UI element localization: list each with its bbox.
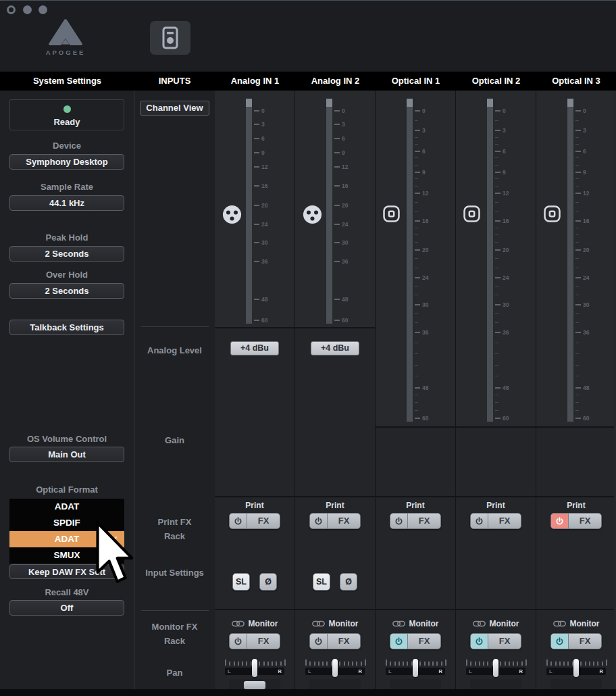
print-power-toggle[interactable] [551, 514, 569, 528]
monitor-fx-button[interactable]: FX [229, 633, 280, 649]
pan-ruler-tick [550, 662, 552, 666]
monitor-power-toggle[interactable] [310, 634, 328, 649]
monitor-fx-button[interactable]: FX [470, 633, 521, 649]
pan-right-label: R [439, 668, 442, 674]
pan-slider-handle[interactable] [413, 659, 418, 677]
meter-tick-label: 24 [583, 274, 589, 281]
window-minimize-button[interactable] [23, 5, 32, 14]
optical-format-option-spdif-1[interactable]: SPDIF [9, 515, 124, 531]
print-power-toggle[interactable] [310, 514, 328, 528]
meter-tick-label: 24 [342, 221, 348, 228]
monitor-fx-open-button[interactable]: FX [247, 634, 280, 649]
meter-tick [415, 418, 420, 419]
monitor-power-toggle[interactable] [551, 634, 569, 649]
pan-ruler-tick [305, 660, 307, 666]
print-fx-button[interactable]: FX [309, 513, 361, 529]
keep-daw-fx-settings-button[interactable]: Keep DAW FX Sett [9, 564, 124, 579]
over-hold-button[interactable]: 2 Seconds [9, 283, 124, 299]
monitor-power-toggle[interactable] [230, 634, 247, 649]
monitor-power-toggle[interactable] [471, 634, 488, 649]
monitor-power-toggle[interactable] [390, 634, 408, 649]
print-fx-open-button[interactable]: FX [328, 514, 360, 528]
print-power-toggle[interactable] [390, 514, 408, 528]
talkback-settings-button[interactable]: Talkback Settings [9, 320, 124, 335]
analog-level-button[interactable]: +4 dBu [230, 341, 279, 355]
pan-slider-handle[interactable] [493, 659, 498, 677]
pan-ruler-tick [470, 662, 471, 666]
analog-level-button[interactable]: +4 dBu [311, 341, 359, 355]
meter-tick [415, 130, 420, 131]
pan-ruler-tick [272, 662, 273, 666]
monitor-fx-button[interactable]: FX [390, 633, 441, 649]
meter-minor-tick [415, 258, 418, 259]
pan-ruler-tick [318, 662, 319, 666]
pan-ruler-tick [517, 662, 518, 666]
monitor-fx-open-button[interactable]: FX [408, 634, 440, 649]
print-power-toggle[interactable] [471, 514, 488, 528]
print-fx-button[interactable]: FX [550, 513, 602, 529]
print-label: Print [376, 501, 455, 510]
soft-limit-button[interactable]: SL [313, 573, 330, 591]
phase-invert-button[interactable]: Ø [259, 573, 277, 591]
meter-tick [575, 387, 581, 389]
optical-format-option-adat-2[interactable]: ADAT✓ [9, 531, 124, 547]
optical-format-option-adat-0[interactable]: ADAT [9, 499, 124, 515]
meter-minor-tick [495, 322, 498, 323]
os-volume-control-label: OS Volume Control [0, 434, 134, 444]
peak-hold-button[interactable]: 2 Seconds [9, 246, 124, 262]
print-fx-open-button[interactable]: FX [569, 514, 601, 528]
fader-groove [550, 679, 602, 689]
meter-minor-tick [415, 211, 418, 212]
meter-tick-label: 0 [422, 107, 426, 114]
pan-ruler-tick [407, 662, 408, 666]
print-fx-open-button[interactable]: FX [488, 514, 521, 528]
meter-tick [575, 277, 581, 278]
monitor-fx-open-button[interactable]: FX [488, 634, 521, 649]
inputs-panel [134, 91, 215, 689]
device-value-button[interactable]: Symphony Desktop [9, 154, 124, 170]
print-fx-open-button[interactable]: FX [247, 514, 280, 528]
fader-handle[interactable] [244, 681, 265, 689]
bottom-edge [0, 689, 616, 696]
meter-tick-label: 20 [422, 247, 428, 253]
meter-tick [415, 193, 420, 194]
pan-slider-handle[interactable] [252, 659, 257, 677]
pan-left-label: L [549, 668, 553, 674]
section-divider [215, 327, 294, 328]
print-power-toggle[interactable] [230, 514, 247, 528]
pan-ruler-tick [348, 662, 349, 666]
print-fx-open-button[interactable]: FX [408, 514, 440, 528]
print-fx-button[interactable]: FX [470, 513, 521, 529]
pan-ruler-tick [505, 662, 506, 666]
soft-limit-button[interactable]: SL [232, 573, 250, 591]
print-fx-button[interactable]: FX [390, 513, 441, 529]
power-icon [394, 517, 403, 526]
meter-minor-tick [575, 395, 579, 395]
optical-format-option-smux-3[interactable]: SMUX [9, 547, 124, 564]
link-icon [392, 620, 405, 627]
pan-slider-handle[interactable] [332, 659, 338, 677]
pan-slider-handle[interactable] [573, 659, 579, 677]
level-meter [487, 108, 493, 422]
monitor-label: Monitor [249, 619, 278, 628]
device-selector-button[interactable] [150, 21, 190, 55]
meter-minor-tick [575, 286, 579, 287]
meter-tick-label: 30 [261, 239, 267, 246]
pan-right-label: R [278, 668, 282, 674]
monitor-fx-open-button[interactable]: FX [328, 634, 360, 649]
meter-minor-tick [575, 322, 579, 323]
window-close-button[interactable] [7, 5, 16, 14]
meter-tick [495, 172, 500, 173]
phase-invert-button[interactable]: Ø [340, 573, 357, 591]
os-volume-control-button[interactable]: Main Out [9, 447, 124, 462]
window-zoom-button[interactable] [38, 5, 47, 14]
recall-48v-button[interactable]: Off [9, 600, 124, 616]
print-fx-button[interactable]: FX [229, 513, 280, 529]
optical-icon [463, 205, 481, 223]
pan-ruler-tick [475, 662, 476, 666]
monitor-fx-button[interactable]: FX [309, 633, 361, 649]
channel-view-button[interactable]: Channel View [140, 101, 209, 116]
monitor-fx-button[interactable]: FX [550, 633, 602, 649]
sample-rate-button[interactable]: 44.1 kHz [9, 195, 124, 211]
monitor-fx-open-button[interactable]: FX [569, 634, 601, 649]
